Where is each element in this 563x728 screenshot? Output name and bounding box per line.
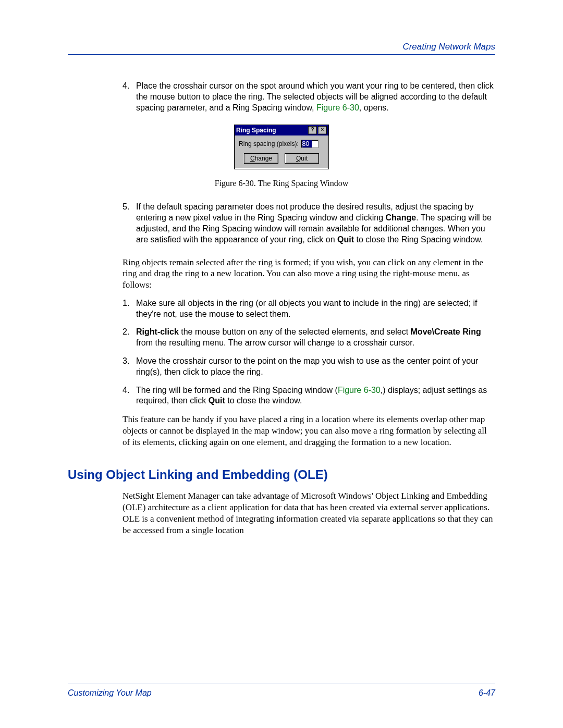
step-number: 3.	[123, 356, 136, 378]
figure-ref-link[interactable]: Figure 6-30	[338, 386, 381, 394]
bold-move-create-ring: Move\Create Ring	[411, 327, 481, 336]
move-step-1: 1. Make sure all objects in the ring (or…	[123, 298, 495, 320]
dialog-title: Ring Spacing	[236, 127, 308, 134]
s2-a: the mouse button on any of the selected …	[179, 327, 411, 336]
step-number: 2.	[123, 327, 136, 349]
close-icon[interactable]: ×	[318, 126, 327, 134]
step-body: If the default spacing parameter does no…	[136, 202, 495, 245]
bold-quit: Quit	[209, 396, 225, 405]
step-body: The ring will be formed and the Ring Spa…	[136, 385, 495, 407]
quit-button[interactable]: Quit	[285, 153, 319, 164]
ring-spacing-value: 80	[302, 140, 312, 147]
ring-spacing-input[interactable]: 80	[301, 140, 319, 148]
figure-ref-link[interactable]: Figure 6-30	[316, 103, 359, 112]
paragraph-ring-selected: Ring objects remain selected after the r…	[123, 257, 495, 291]
bold-quit: Quit	[337, 235, 354, 244]
bold-change: Change	[386, 213, 417, 222]
step5-c: to close the Ring Spacing window.	[354, 235, 483, 244]
step-number: 4.	[123, 81, 136, 113]
figure-caption: Figure 6-30. The Ring Spacing Window	[68, 179, 495, 188]
ring-spacing-dialog: Ring Spacing ? × Ring spacing (pixels): …	[234, 125, 329, 169]
header-rule	[68, 54, 495, 55]
page-footer: Customizing Your Map 6-47	[68, 684, 495, 698]
help-icon[interactable]: ?	[308, 126, 317, 134]
step-4: 4. Place the crosshair cursor on the spo…	[123, 81, 495, 113]
paragraph-feature-handy: This feature can be handy if you have pl…	[123, 414, 495, 448]
footer-left: Customizing Your Map	[68, 688, 152, 698]
step4-text-a: Place the crosshair cursor on the spot a…	[136, 81, 494, 112]
step-body: Move the crosshair cursor to the point o…	[136, 356, 495, 378]
ring-spacing-label: Ring spacing (pixels):	[239, 140, 299, 147]
step-body: Place the crosshair cursor on the spot a…	[136, 81, 495, 113]
step-number: 1.	[123, 298, 136, 320]
change-label-rest: hange	[255, 155, 272, 162]
s2-b: from the resulting menu. The arrow curso…	[136, 338, 414, 347]
step-body: Right-click the mouse button on any of t…	[136, 327, 495, 349]
change-button[interactable]: Change	[244, 153, 278, 164]
footer-page-number: 6-47	[479, 688, 495, 698]
step4-text-b: , opens.	[359, 103, 389, 112]
step-5: 5. If the default spacing parameter does…	[123, 202, 495, 245]
s4-a: The ring will be formed and the Ring Spa…	[136, 386, 338, 394]
move-step-3: 3. Move the crosshair cursor to the poin…	[123, 356, 495, 378]
bold-right-click: Right-click	[136, 327, 179, 336]
s4-c: to close the window.	[225, 396, 302, 405]
heading-ole: Using Object Linking and Embedding (OLE)	[68, 467, 495, 482]
paragraph-ole: NetSight Element Manager can take advant…	[123, 490, 495, 536]
step-number: 5.	[123, 202, 136, 245]
move-step-4: 4. The ring will be formed and the Ring …	[123, 385, 495, 407]
move-step-2: 2. Right-click the mouse button on any o…	[123, 327, 495, 349]
header-section-title: Creating Network Maps	[68, 42, 495, 52]
step-body: Make sure all objects in the ring (or al…	[136, 298, 495, 320]
figure-ring-spacing: Ring Spacing ? × Ring spacing (pixels): …	[68, 125, 495, 188]
step-number: 4.	[123, 385, 136, 407]
dialog-titlebar: Ring Spacing ? ×	[235, 125, 328, 135]
footer-rule	[68, 684, 495, 684]
quit-label-rest: uit	[301, 155, 308, 162]
